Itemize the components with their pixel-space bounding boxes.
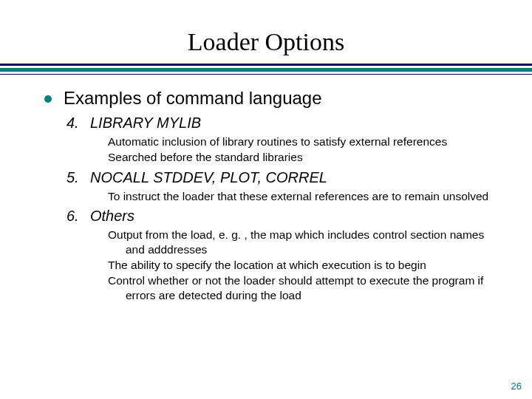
slide: Loader Options Examples of command langu… <box>0 0 532 399</box>
list-item-heading: 5. NOCALL STDDEV, PLOT, CORREL <box>66 169 502 186</box>
list-item-heading: 6. Others <box>66 208 502 225</box>
detail-line: The ability to specify the location at w… <box>108 258 502 272</box>
divider-line <box>0 68 532 72</box>
numbered-list: 4. LIBRARY MYLIB Automatic inclusion of … <box>66 115 502 302</box>
detail-line: To instruct the loader that these extern… <box>108 189 502 203</box>
list-item-heading: 4. LIBRARY MYLIB <box>66 115 502 132</box>
bullet-text: Examples of command language <box>64 88 322 109</box>
list-item: 5. NOCALL STDDEV, PLOT, CORREL To instru… <box>66 169 502 203</box>
title-divider <box>0 64 532 75</box>
list-item-number: 4. <box>66 115 83 132</box>
list-item: 6. Others Output from the load, e. g. , … <box>66 208 502 302</box>
list-item-title: Others <box>90 208 134 225</box>
list-item-number: 6. <box>66 208 83 225</box>
list-item-number: 5. <box>66 169 83 186</box>
list-item-title: LIBRARY MYLIB <box>90 115 201 132</box>
detail-line: Automatic inclusion of library routines … <box>108 134 502 149</box>
divider-line <box>0 64 532 66</box>
slide-body: Examples of command language 4. LIBRARY … <box>0 75 532 302</box>
page-number: 26 <box>511 381 522 392</box>
list-item-detail: To instruct the loader that these extern… <box>108 189 502 203</box>
list-item-title: NOCALL STDDEV, PLOT, CORREL <box>90 169 327 186</box>
detail-line: Searched before the standard libraries <box>108 150 502 164</box>
list-item-detail: Automatic inclusion of library routines … <box>108 134 502 165</box>
list-item: 4. LIBRARY MYLIB Automatic inclusion of … <box>66 115 502 165</box>
slide-title: Loader Options <box>0 0 532 64</box>
detail-line: Control whether or not the loader should… <box>108 273 502 302</box>
bullet-item: Examples of command language <box>44 88 502 109</box>
bullet-icon <box>44 95 52 103</box>
list-item-detail: Output from the load, e. g. , the map wh… <box>108 228 502 302</box>
detail-line: Output from the load, e. g. , the map wh… <box>108 228 502 256</box>
